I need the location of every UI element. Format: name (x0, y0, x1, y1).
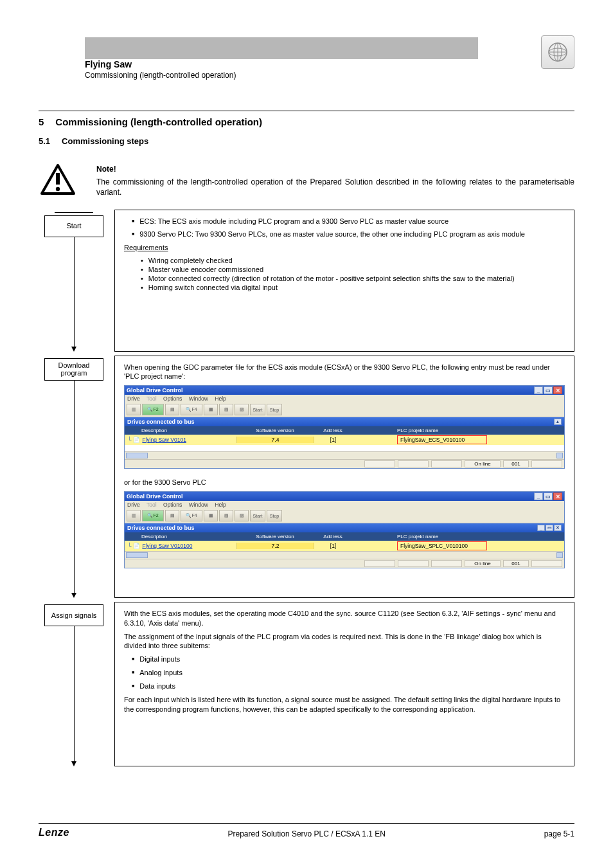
toolbar-button[interactable]: Start (250, 404, 265, 415)
gdc-menubar[interactable]: Drive Tool Options Window Help (125, 501, 564, 509)
scroll-up-icon[interactable]: ▴ (554, 419, 562, 425)
toolbar-button[interactable]: ▦ (204, 404, 218, 415)
menu-tool[interactable]: Tool (147, 395, 157, 402)
row-description[interactable]: Flying Saw V010100 (142, 543, 192, 549)
svg-point-7 (56, 187, 60, 191)
gdc-data-row[interactable]: └ 📄 Flying Saw V0101 7.4 [1] FlyingSaw_E… (125, 435, 564, 445)
toolbar-button[interactable]: ▤ (165, 404, 179, 415)
menu-help[interactable]: Help (215, 395, 226, 402)
menu-drive[interactable]: Drive (127, 395, 140, 402)
gdc-column-headers: Description Software version Address PLC… (125, 426, 564, 435)
minimize-icon[interactable]: _ (534, 493, 543, 500)
toolbar-button[interactable]: ▤ (165, 510, 179, 521)
status-online: On line (465, 560, 501, 567)
toolbar-button[interactable]: Stop (267, 404, 282, 415)
gdc-title: Global Drive Control (127, 387, 183, 393)
toolbar-button[interactable]: ▦ (204, 510, 218, 521)
gdc-menubar[interactable]: Drive Tool Options Window Help (125, 395, 564, 402)
footer-center: Prepared Solution Servo PLC / ECSxA 1.1 … (228, 829, 386, 838)
toolbar-button[interactable]: ▧ (219, 510, 233, 521)
gdc-statusbar: On line 001 (125, 559, 564, 568)
status-online: On line (465, 460, 501, 467)
col-plc: PLC projekt name (352, 428, 562, 433)
status-code: 001 (503, 460, 529, 467)
search-online-button[interactable]: 🔍F2 (142, 404, 164, 415)
tree-branch-icon: └ (127, 437, 131, 443)
flow-download-label: Download program (49, 361, 99, 377)
menu-options[interactable]: Options (163, 502, 182, 508)
col-address: Address (314, 428, 352, 433)
gdc-window-splc: Global Drive Control _ ▭ ✕ Drive Tool Op… (124, 491, 565, 568)
flow-assign: Assign signals (44, 604, 103, 626)
col-description: Description (127, 534, 236, 539)
toolbar-button[interactable]: Start (250, 510, 265, 521)
scroll-thumb[interactable] (126, 552, 148, 558)
gdc-toolbar: ▥ 🔍F2 ▤ 🔍F4 ▦ ▧ ▨ Start Stop (125, 509, 564, 523)
toolbar-button[interactable]: ▨ (235, 404, 249, 415)
search-offline-button[interactable]: 🔍F4 (181, 404, 202, 415)
subsection-number: 5.1 (39, 136, 50, 146)
minimize-icon[interactable]: _ (534, 386, 543, 394)
col-address: Address (314, 534, 352, 539)
flow-start: Start (44, 215, 103, 237)
scroll-thumb[interactable] (126, 453, 148, 458)
gdc-hscroll[interactable] (125, 551, 564, 559)
search-offline-button[interactable]: 🔍F4 (181, 510, 202, 521)
status-empty (398, 460, 429, 467)
inner-close-icon[interactable]: ✕ (554, 525, 562, 531)
status-empty (531, 460, 562, 467)
gdc-window-ecs: Global Drive Control _ ▭ ✕ Drive Tool Op… (124, 385, 565, 469)
page-header: Flying Saw Commissioning (length-control… (39, 35, 574, 80)
menu-drive[interactable]: Drive (127, 502, 140, 508)
menu-help[interactable]: Help (215, 502, 226, 508)
toolbar-button[interactable]: ▥ (127, 510, 141, 521)
scroll-right-icon[interactable] (556, 453, 563, 458)
rule (39, 111, 574, 111)
assign-p2: The assignment of the input signals of t… (124, 632, 565, 651)
start-bullet-1: ECS: The ECS axis module including PLC p… (132, 217, 565, 226)
maximize-icon[interactable]: ▭ (544, 386, 553, 394)
gdc-data-row[interactable]: └ 📄 Flying Saw V010100 7.2 [1] FlyingSaw… (125, 541, 564, 551)
doc-title: Flying Saw (85, 59, 535, 69)
assign-content: With the ECS axis modules, set the opera… (114, 602, 574, 766)
download-intro: When opening the GDC parameter file for … (124, 363, 565, 382)
status-empty (531, 560, 562, 567)
assign-p1: With the ECS axis modules, set the opera… (124, 609, 565, 628)
row-address: [1] (314, 543, 352, 549)
menu-window[interactable]: Window (189, 502, 208, 508)
toolbar-button[interactable]: ▨ (235, 510, 249, 521)
close-icon[interactable]: ✕ (553, 386, 562, 394)
gdc-hscroll[interactable] (125, 451, 564, 459)
status-empty (431, 460, 462, 467)
toolbar-button[interactable]: ▧ (219, 404, 233, 415)
gdc-subtitle: Drives connected to bus (127, 419, 195, 425)
note-block: Note! The commissioning of the length-co… (39, 164, 574, 198)
req-4: Homing switch connected via digital inpu… (141, 284, 565, 291)
section-number: 5 (39, 116, 44, 127)
req-3: Motor connected correctly (direction of … (141, 275, 565, 282)
start-content: ECS: The ECS axis module including PLC p… (114, 210, 574, 352)
warning-icon (39, 164, 77, 195)
search-online-button[interactable]: 🔍F2 (142, 510, 164, 521)
brand-logo: Lenze (39, 827, 69, 838)
req-1: Wiring completely checked (141, 257, 565, 264)
arrow-down-icon (71, 593, 76, 598)
row-description[interactable]: Flying Saw V0101 (142, 437, 186, 443)
close-icon[interactable]: ✕ (553, 493, 562, 500)
row-plc-name: FlyingSaw_ECS_V010100 (397, 435, 487, 444)
page-footer: Lenze Prepared Solution Servo PLC / ECSx… (39, 823, 574, 838)
device-page-icon: 📄 (133, 543, 140, 549)
row-plc-name: FlyingSaw_SPLC_V010100 (397, 541, 487, 550)
menu-window[interactable]: Window (189, 395, 208, 402)
menu-options[interactable]: Options (163, 395, 182, 402)
inner-minimize-icon[interactable]: _ (537, 525, 545, 531)
menu-tool[interactable]: Tool (147, 502, 157, 508)
col-plc: PLC projekt name (352, 534, 562, 539)
scroll-right-icon[interactable] (556, 552, 563, 558)
mid-text: or for the 9300 Servo PLC (124, 478, 565, 487)
arrow-down-icon (71, 347, 76, 352)
maximize-icon[interactable]: ▭ (544, 493, 553, 500)
inner-maximize-icon[interactable]: ▭ (546, 525, 553, 531)
toolbar-button[interactable]: ▥ (127, 404, 141, 415)
toolbar-button[interactable]: Stop (267, 510, 282, 521)
